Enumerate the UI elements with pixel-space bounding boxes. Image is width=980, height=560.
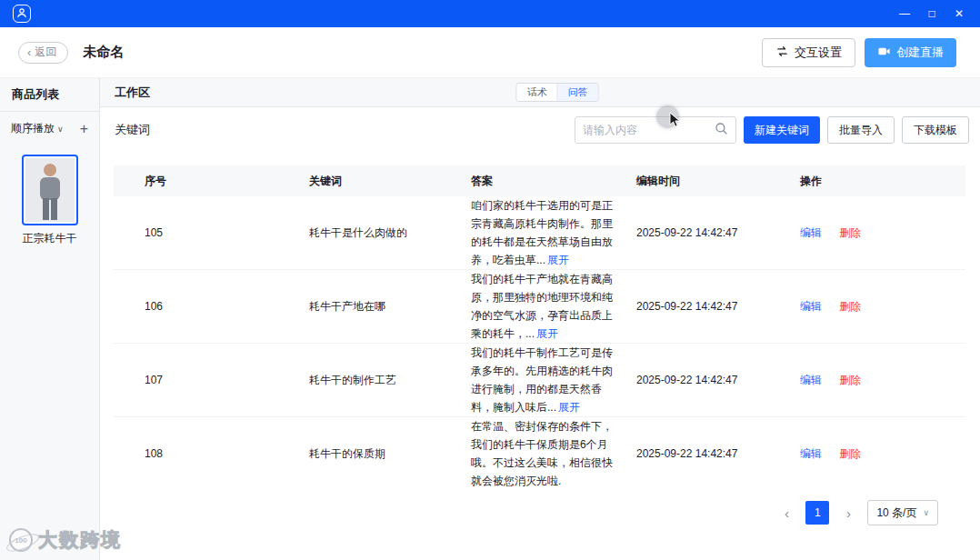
play-mode-dropdown[interactable]: 顺序播放 ∨ + (0, 112, 99, 145)
edit-link[interactable]: 编辑 (800, 447, 822, 460)
app-window: { "colors": { "titlebar": "#0A59F7", "pr… (0, 0, 980, 560)
keyword-toolbar: 关键词 新建关键词 批量导入 下载模板 (100, 107, 980, 153)
prev-page-icon[interactable]: ‹ (776, 505, 796, 521)
expand-link[interactable]: 展开 (558, 401, 580, 414)
pagination: ‹ 1 › 10 条/页 ∨ (114, 487, 965, 525)
add-product-button[interactable]: + (80, 122, 88, 136)
video-icon (877, 45, 891, 61)
product-presenter-image (25, 158, 75, 222)
app-header: ‹ 返回 未命名 交互设置 创建直播 (0, 27, 980, 78)
close-button[interactable]: ✕ (945, 2, 973, 25)
column-header-time: 编辑时间 (627, 174, 791, 189)
play-mode-label: 顺序播放 (11, 121, 55, 136)
per-page-value: 10 条/页 (876, 505, 916, 521)
batch-import-button[interactable]: 批量导入 (827, 116, 895, 144)
row-time: 2025-09-22 14:42:47 (627, 300, 791, 313)
mode-segmented-control: 话术 问答 (516, 83, 599, 102)
header-actions: 交互设置 创建直播 (762, 38, 956, 67)
workspace-title: 工作区 (115, 85, 150, 101)
column-header-keyword: 关键词 (300, 174, 462, 189)
close-icon: ✕ (955, 7, 964, 20)
back-chevron-icon: ‹ (27, 46, 31, 58)
delete-link[interactable]: 删除 (839, 300, 861, 313)
keyword-table: 序号 关键词 答案 编辑时间 操作 105 耗牛干是什么肉做的 咱们家的耗牛干选… (114, 165, 965, 487)
expand-link[interactable]: 展开 (547, 254, 569, 266)
search-input[interactable] (583, 124, 715, 136)
tab-qa[interactable]: 问答 (557, 84, 598, 101)
page-title: 未命名 (83, 44, 124, 61)
edit-link[interactable]: 编辑 (800, 374, 822, 386)
row-id: 107 (114, 374, 300, 386)
row-actions: 编辑 删除 (791, 225, 965, 241)
row-actions: 编辑 删除 (791, 373, 965, 388)
back-button-label: 返回 (35, 45, 56, 60)
answer-text: 我们的耗牛干制作工艺可是传承多年的。先用精选的耗牛肉进行腌制，用的都是天然香料，… (471, 346, 613, 414)
account-button[interactable] (13, 5, 31, 23)
create-live-button[interactable]: 创建直播 (865, 38, 956, 67)
download-template-button[interactable]: 下载模板 (902, 116, 969, 144)
os-titlebar: — □ ✕ (0, 0, 980, 27)
search-box (575, 116, 736, 144)
answer-text: 在常温、密封保存的条件下，我们的耗牛干保质期是6个月哦。不过这么美味，相信很快就… (471, 420, 613, 487)
product-card[interactable] (22, 155, 78, 225)
new-keyword-button[interactable]: 新建关键词 (744, 116, 820, 144)
interaction-icon (775, 45, 789, 61)
row-keyword: 耗牛干是什么肉做的 (300, 225, 462, 241)
edit-link[interactable]: 编辑 (800, 300, 822, 313)
answer-text: 咱们家的耗牛干选用的可是正宗青藏高原耗牛肉制作。那里的耗牛都是在天然草场自由放养… (471, 199, 613, 266)
minimize-button[interactable]: — (891, 2, 918, 25)
window-controls: — □ ✕ (891, 2, 973, 25)
user-icon (16, 5, 27, 22)
table-row: 105 耗牛干是什么肉做的 咱们家的耗牛干选用的可是正宗青藏高原耗牛肉制作。那里… (114, 196, 965, 270)
row-time: 2025-09-22 14:42:47 (627, 374, 791, 386)
product-sidebar: 商品列表 顺序播放 ∨ + 正宗耗牛干 (0, 78, 100, 560)
keyword-section-label: 关键词 (115, 122, 150, 138)
row-keyword: 耗牛干产地在哪 (300, 299, 462, 315)
row-id: 105 (114, 226, 300, 239)
search-icon[interactable] (715, 122, 728, 139)
row-time: 2025-09-22 14:42:47 (627, 226, 791, 239)
back-button[interactable]: ‹ 返回 (18, 42, 68, 64)
table-header-row: 序号 关键词 答案 编辑时间 操作 (114, 165, 965, 196)
table-row: 106 耗牛干产地在哪 我们的耗牛干产地就在青藏高原，那里独特的地理环境和纯净的… (114, 270, 965, 344)
column-header-id: 序号 (114, 174, 300, 189)
body-layout: 商品列表 顺序播放 ∨ + 正宗耗牛干 工作区 话术 问答 (0, 78, 980, 560)
row-id: 108 (114, 447, 300, 460)
maximize-button[interactable]: □ (918, 2, 945, 25)
interaction-settings-button[interactable]: 交互设置 (762, 38, 855, 67)
chevron-down-icon: ∨ (923, 508, 929, 517)
edit-link[interactable]: 编辑 (800, 226, 822, 239)
expand-link[interactable]: 展开 (536, 327, 558, 340)
sidebar-title: 商品列表 (0, 78, 99, 112)
delete-link[interactable]: 删除 (839, 374, 861, 386)
workspace-main: 工作区 话术 问答 关键词 新建关键词 批量导入 下载模板 (100, 78, 980, 560)
row-keyword: 耗牛干的保质期 (300, 446, 462, 462)
chevron-down-icon: ∨ (57, 125, 64, 134)
next-page-icon[interactable]: › (838, 505, 858, 521)
row-keyword: 耗牛干的制作工艺 (300, 373, 462, 388)
page-number-button[interactable]: 1 (805, 501, 829, 525)
minimize-icon: — (899, 7, 910, 20)
row-id: 106 (114, 300, 300, 313)
interaction-settings-label: 交互设置 (795, 45, 842, 61)
delete-link[interactable]: 删除 (839, 226, 861, 239)
column-header-answer: 答案 (462, 174, 627, 189)
column-header-actions: 操作 (791, 174, 965, 189)
product-name: 正宗耗牛干 (0, 231, 99, 246)
table-row: 108 耗牛干的保质期 在常温、密封保存的条件下，我们的耗牛干保质期是6个月哦。… (114, 417, 965, 487)
row-time: 2025-09-22 14:42:47 (627, 447, 791, 460)
table-content: 序号 关键词 答案 编辑时间 操作 105 耗牛干是什么肉做的 咱们家的耗牛干选… (100, 153, 980, 560)
create-live-label: 创建直播 (896, 45, 944, 61)
delete-link[interactable]: 删除 (839, 447, 861, 460)
tab-script[interactable]: 话术 (517, 84, 557, 101)
mouse-cursor (669, 112, 681, 132)
maximize-icon: □ (928, 7, 935, 20)
row-actions: 编辑 删除 (791, 446, 965, 462)
table-row: 107 耗牛干的制作工艺 我们的耗牛干制作工艺可是传承多年的。先用精选的耗牛肉进… (114, 344, 965, 417)
table-body: 105 耗牛干是什么肉做的 咱们家的耗牛干选用的可是正宗青藏高原耗牛肉制作。那里… (114, 196, 965, 487)
row-actions: 编辑 删除 (791, 299, 965, 315)
workspace-header: 工作区 话术 问答 (100, 78, 980, 107)
per-page-select[interactable]: 10 条/页 ∨ (867, 500, 938, 525)
